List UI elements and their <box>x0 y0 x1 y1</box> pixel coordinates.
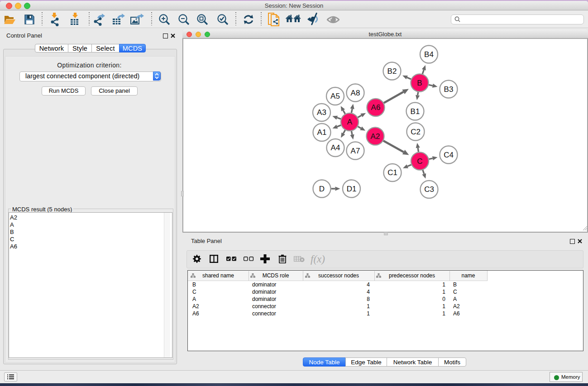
svg-text:A7: A7 <box>351 147 360 155</box>
svg-text:A8: A8 <box>351 89 360 97</box>
svg-text:A2: A2 <box>371 132 380 141</box>
svg-text:A5: A5 <box>330 92 340 100</box>
svg-text:C2: C2 <box>411 128 421 136</box>
svg-text:A6: A6 <box>371 103 381 112</box>
svg-text:A3: A3 <box>317 108 326 117</box>
svg-text:A: A <box>347 118 353 126</box>
svg-text:D: D <box>319 185 325 193</box>
svg-text:B1: B1 <box>411 107 420 116</box>
svg-text:B3: B3 <box>444 85 454 94</box>
svg-text:B: B <box>417 79 422 87</box>
svg-text:A4: A4 <box>331 143 340 152</box>
svg-text:A1: A1 <box>317 128 327 137</box>
svg-text:B4: B4 <box>424 50 434 59</box>
svg-text:C3: C3 <box>424 185 434 194</box>
svg-text:B2: B2 <box>387 67 397 76</box>
svg-text:D1: D1 <box>347 185 357 193</box>
svg-text:C4: C4 <box>444 151 454 159</box>
svg-text:C1: C1 <box>387 168 397 177</box>
svg-text:C: C <box>417 157 422 166</box>
